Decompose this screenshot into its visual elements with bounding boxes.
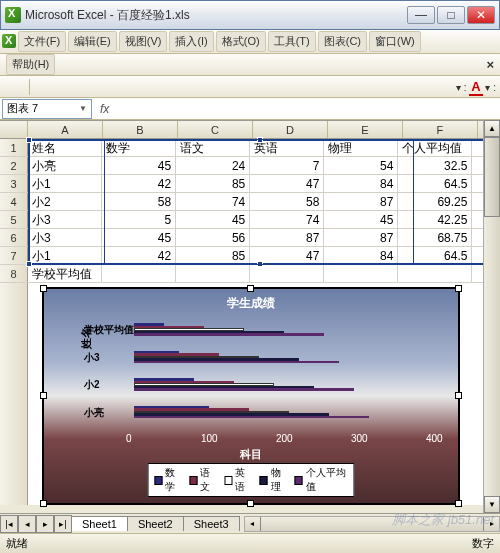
cell[interactable]: 87	[324, 229, 398, 246]
menu-insert[interactable]: 插入(I)	[169, 31, 213, 52]
col-header[interactable]: C	[178, 121, 253, 138]
cell[interactable]: 32.5	[398, 157, 472, 174]
close-button[interactable]: ✕	[467, 6, 495, 24]
cell[interactable]: 74	[176, 193, 250, 210]
cell[interactable]: 物理	[324, 139, 398, 156]
cell[interactable]: 84	[324, 247, 398, 264]
menu-chart[interactable]: 图表(C)	[318, 31, 367, 52]
chevron-down-icon[interactable]: ▼	[79, 104, 87, 113]
cell[interactable]: 小亮	[28, 157, 102, 174]
sheet-tab[interactable]: Sheet1	[71, 516, 128, 531]
cell[interactable]: 74	[250, 211, 324, 228]
col-header[interactable]: A	[28, 121, 103, 138]
cell[interactable]: 英语	[250, 139, 324, 156]
cell[interactable]: 学校平均值	[28, 265, 102, 282]
cell[interactable]: 85	[176, 175, 250, 192]
menu-file[interactable]: 文件(F)	[18, 31, 66, 52]
menu-view[interactable]: 视图(V)	[119, 31, 168, 52]
cell[interactable]: 58	[102, 193, 176, 210]
cell[interactable]: 数学	[102, 139, 176, 156]
cell[interactable]: 85	[176, 247, 250, 264]
cell[interactable]: 小3	[28, 211, 102, 228]
scroll-thumb[interactable]	[484, 137, 500, 217]
scroll-right-button[interactable]: ▸	[483, 517, 499, 531]
row-header[interactable]: 2	[0, 157, 28, 174]
row-header[interactable]: 4	[0, 193, 28, 210]
cell[interactable]: 47	[250, 175, 324, 192]
excel-doc-icon[interactable]	[2, 34, 16, 48]
tab-nav-first[interactable]: |◂	[0, 515, 18, 533]
scroll-up-button[interactable]: ▲	[484, 120, 500, 137]
vertical-scrollbar[interactable]: ▲ ▼	[483, 120, 500, 513]
col-header[interactable]: E	[328, 121, 403, 138]
menu-edit[interactable]: 编辑(E)	[68, 31, 117, 52]
embedded-chart[interactable]: 学生成绩 姓名 学校平均值小3小2小亮 0100200300400 科目 数学语…	[42, 287, 460, 505]
chart-legend[interactable]: 数学语文英语物理个人平均值	[148, 463, 355, 497]
cell[interactable]: 68.75	[398, 229, 472, 246]
scroll-down-button[interactable]: ▼	[484, 496, 500, 513]
cell[interactable]: 5	[102, 211, 176, 228]
row-header[interactable]: 5	[0, 211, 28, 228]
font-color-icon[interactable]: A	[469, 79, 482, 96]
cell[interactable]: 47	[250, 247, 324, 264]
cell[interactable]: 语文	[176, 139, 250, 156]
cell[interactable]: 45	[102, 229, 176, 246]
scroll-left-button[interactable]: ◂	[245, 517, 261, 531]
row-header[interactable]: 3	[0, 175, 28, 192]
sheet-tab[interactable]: Sheet3	[183, 516, 240, 531]
cell[interactable]: 7	[250, 157, 324, 174]
row-header[interactable]: 6	[0, 229, 28, 246]
close-workbook-button[interactable]: ×	[486, 57, 494, 72]
cell[interactable]: 54	[324, 157, 398, 174]
col-header[interactable]: F	[403, 121, 478, 138]
menu-tools[interactable]: 工具(T)	[268, 31, 316, 52]
name-box[interactable]: 图表 7 ▼	[2, 99, 92, 119]
cell[interactable]: 45	[324, 211, 398, 228]
row-header[interactable]: 1	[0, 139, 28, 156]
cell[interactable]: 小3	[28, 229, 102, 246]
sheet-tab[interactable]: Sheet2	[127, 516, 184, 531]
fx-icon[interactable]: fx	[92, 102, 117, 116]
tab-nav-prev[interactable]: ◂	[18, 515, 36, 533]
chart-plot-area[interactable]	[134, 319, 434, 429]
menu-window[interactable]: 窗口(W)	[369, 31, 421, 52]
col-header[interactable]: B	[103, 121, 178, 138]
tab-nav-last[interactable]: ▸|	[54, 515, 72, 533]
cell[interactable]: 64.5	[398, 247, 472, 264]
worksheet-grid[interactable]: A B C D E F 1姓名数学语文英语物理个人平均值2小亮452475432…	[0, 120, 500, 283]
cell[interactable]: 69.25	[398, 193, 472, 210]
menu-help[interactable]: 帮助(H)	[6, 54, 55, 75]
cell[interactable]: 84	[324, 175, 398, 192]
cell[interactable]: 42.25	[398, 211, 472, 228]
cell[interactable]	[176, 265, 250, 282]
chart-title[interactable]: 学生成绩	[44, 289, 458, 312]
cell[interactable]: 87	[250, 229, 324, 246]
legend-item[interactable]: 数学	[155, 466, 182, 494]
minimize-button[interactable]: —	[407, 6, 435, 24]
cell[interactable]: 58	[250, 193, 324, 210]
cell[interactable]	[102, 265, 176, 282]
row-header[interactable]: 8	[0, 265, 28, 282]
cell[interactable]	[398, 265, 472, 282]
cell[interactable]	[250, 265, 324, 282]
tab-nav-next[interactable]: ▸	[36, 515, 54, 533]
menu-format[interactable]: 格式(O)	[216, 31, 266, 52]
cell[interactable]: 个人平均值	[398, 139, 472, 156]
toolbar-button[interactable]	[4, 78, 24, 96]
cell[interactable]: 87	[324, 193, 398, 210]
row-header[interactable]: 7	[0, 247, 28, 264]
cell[interactable]: 45	[102, 157, 176, 174]
cell[interactable]: 24	[176, 157, 250, 174]
cell[interactable]: 小1	[28, 175, 102, 192]
col-header[interactable]: D	[253, 121, 328, 138]
select-all-corner[interactable]	[0, 121, 28, 138]
cell[interactable]: 56	[176, 229, 250, 246]
cell[interactable]: 64.5	[398, 175, 472, 192]
cell[interactable]	[324, 265, 398, 282]
formula-input[interactable]	[117, 99, 500, 119]
cell[interactable]: 姓名	[28, 139, 102, 156]
cell[interactable]: 42	[102, 247, 176, 264]
legend-item[interactable]: 英语	[225, 466, 252, 494]
legend-item[interactable]: 语文	[190, 466, 217, 494]
horizontal-scrollbar[interactable]: ◂ ▸	[244, 516, 500, 532]
